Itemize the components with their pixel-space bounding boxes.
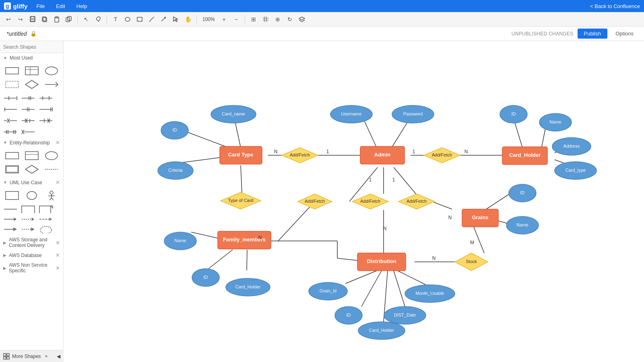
search-input[interactable]: [0, 41, 63, 53]
conn-shape-10[interactable]: [3, 128, 18, 136]
redo-button[interactable]: ↪: [15, 14, 26, 25]
menu-help[interactable]: Help: [74, 2, 90, 10]
text-tool[interactable]: T: [110, 14, 121, 25]
attr-name-grains-label: Name: [516, 222, 528, 227]
title-bar: *untitled 🔒 UNPUBLISHED CHANGES Publish …: [0, 27, 644, 41]
zoom-in-button[interactable]: +: [219, 14, 229, 25]
uml-arrow-1[interactable]: [3, 216, 18, 222]
canvas[interactable]: Admin Card Type Family_members Distribut…: [64, 41, 644, 362]
menu-file[interactable]: File: [34, 2, 47, 10]
hand-tool[interactable]: ✋: [183, 14, 193, 25]
section-aws-storage[interactable]: ▶ AWS Storage and Content Delivery ✕: [0, 235, 63, 250]
conn-shape-2[interactable]: [21, 94, 35, 102]
er-attribute-shape[interactable]: [43, 150, 60, 161]
close-er-section[interactable]: ✕: [56, 140, 60, 146]
connector-row-2: [0, 104, 63, 115]
more-shapes-bar[interactable]: More Shapes + ◀: [0, 350, 64, 362]
close-aws-storage[interactable]: ✕: [56, 240, 60, 246]
uml-shape-3[interactable]: [39, 205, 53, 213]
shape-line-x[interactable]: [43, 79, 60, 90]
er-table-shape[interactable]: [23, 150, 40, 161]
uml-shape-2[interactable]: [21, 205, 35, 213]
rect-tool[interactable]: [134, 14, 145, 25]
uml-arrow-5[interactable]: [21, 226, 35, 232]
close-aws-non-service[interactable]: ✕: [56, 265, 60, 271]
section-uml[interactable]: ▼ UML Use Case ✕: [0, 177, 63, 187]
zoom-out-button[interactable]: −: [231, 14, 242, 25]
shape-diamond[interactable]: [23, 79, 40, 90]
uml-shape-1[interactable]: [3, 206, 18, 212]
section-aws-storage-label: AWS Storage and Content Delivery: [9, 237, 56, 248]
er-entity-shape[interactable]: [3, 150, 21, 161]
fit-button[interactable]: ⊞: [248, 14, 259, 25]
svg-line-129: [434, 202, 452, 209]
shape-rect2[interactable]: [3, 79, 21, 90]
close-aws-database[interactable]: ✕: [56, 252, 60, 258]
attr-cardholder-distribution-label: Card_Holder: [369, 328, 394, 333]
logo-g: g: [4, 2, 11, 10]
rotate-tool[interactable]: ↻: [285, 14, 295, 25]
section-er[interactable]: ▼ Entity-Relationship ✕: [0, 138, 63, 148]
section-most-used-label: Most Used: [10, 55, 33, 61]
uml-arrow-3[interactable]: [39, 216, 53, 222]
options-button[interactable]: Options: [611, 29, 638, 39]
copy-button[interactable]: [39, 14, 50, 25]
svg-line-86: [50, 198, 52, 200]
publish-button[interactable]: Publish: [578, 29, 608, 39]
entity-grains-label: Grains: [472, 214, 488, 220]
paste-button[interactable]: [52, 14, 62, 25]
conn-shape-5[interactable]: [21, 105, 35, 113]
uml-actor-ellipse[interactable]: [23, 190, 40, 201]
cardinality-n2: N: [464, 149, 468, 154]
save-button[interactable]: [27, 14, 38, 25]
conn-shape-11[interactable]: [21, 128, 35, 136]
uml-boundary[interactable]: [3, 190, 21, 201]
conn-shape-6[interactable]: [39, 105, 53, 113]
conn-shape-8[interactable]: [21, 117, 35, 125]
svg-point-70: [45, 152, 58, 160]
pointer-tool[interactable]: ↖: [81, 14, 91, 25]
lasso-tool[interactable]: [93, 14, 103, 25]
uml-arrow-2[interactable]: [21, 216, 35, 222]
er-weak-entity-shape[interactable]: [3, 164, 21, 175]
uml-ellipse-dashed[interactable]: [39, 225, 53, 233]
undo-button[interactable]: ↩: [3, 14, 14, 25]
doc-title[interactable]: *untitled: [6, 31, 27, 37]
zoom-level[interactable]: 100%: [200, 16, 217, 22]
er-shapes: [0, 148, 63, 177]
conn-shape-9[interactable]: [39, 117, 53, 125]
select-tool[interactable]: [171, 14, 181, 25]
er-derived-shape[interactable]: [43, 164, 60, 175]
circle-tool[interactable]: [122, 14, 133, 25]
grid-button[interactable]: [260, 14, 271, 25]
conn-shape-7[interactable]: [3, 117, 18, 125]
conn-shape-1[interactable]: [3, 94, 18, 102]
menu-edit[interactable]: Edit: [54, 2, 67, 10]
uml-arrow-4[interactable]: [3, 226, 18, 232]
clone-button[interactable]: [64, 14, 74, 25]
back-to-confluence[interactable]: < Back to Confluence: [590, 3, 640, 9]
line-tool[interactable]: [147, 14, 157, 25]
entity-card-holder-label: Card_Holder: [509, 152, 541, 158]
arrow-tool[interactable]: [159, 14, 169, 25]
layers-tool[interactable]: [297, 14, 307, 25]
svg-rect-81: [6, 191, 19, 200]
svg-rect-106: [4, 354, 6, 356]
plus-tool[interactable]: ⊕: [272, 14, 283, 25]
svg-marker-18: [299, 17, 305, 20]
section-aws-non-service[interactable]: ▶ AWS Non Service Specific ✕: [0, 260, 63, 276]
section-uml-label: UML Use Case: [10, 180, 42, 185]
close-uml-section[interactable]: ✕: [56, 179, 60, 185]
conn-shape-3[interactable]: [39, 94, 53, 102]
shape-ellipse[interactable]: [43, 65, 60, 76]
conn-shape-4[interactable]: [3, 105, 18, 113]
section-aws-database[interactable]: ▶ AWS Database ✕: [0, 250, 63, 260]
svg-marker-25: [25, 80, 38, 88]
shape-table[interactable]: [23, 65, 40, 76]
er-relationship-shape[interactable]: [23, 164, 40, 175]
uml-actor[interactable]: [43, 190, 60, 201]
section-most-used[interactable]: ▼ Most Used: [0, 53, 63, 63]
attr-id-family-label: ID: [204, 275, 208, 280]
section-aws-non-service-label: AWS Non Service Specific: [9, 262, 56, 274]
shape-rect[interactable]: [3, 65, 21, 76]
